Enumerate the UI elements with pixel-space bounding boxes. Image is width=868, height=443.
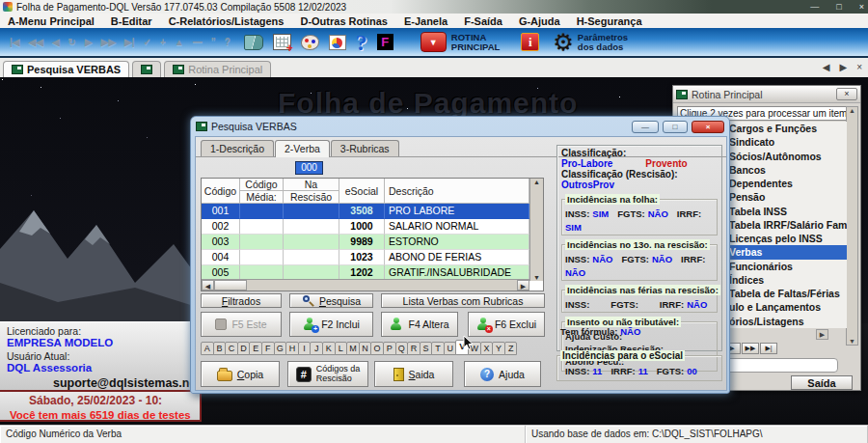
alpha-tab-I[interactable]: I bbox=[298, 342, 312, 355]
confirm-icon[interactable]: ✓ bbox=[144, 37, 151, 47]
dialog-body: 1-Descrição2-Verba3-Rubricas 000 Código … bbox=[195, 136, 727, 391]
f-key-icon[interactable]: F bbox=[377, 34, 393, 50]
f4-altera-button[interactable]: F4 Altera bbox=[381, 312, 458, 337]
menu-item-4[interactable]: E-Janela bbox=[404, 15, 448, 27]
minimize-button[interactable]: — bbox=[810, 0, 819, 14]
filtrados-button[interactable]: Filtrados bbox=[201, 293, 282, 308]
scroll-right-icon[interactable]: ▶ bbox=[517, 280, 529, 291]
tab-close-icon[interactable]: × bbox=[856, 62, 862, 72]
alpha-tab-E[interactable]: E bbox=[249, 342, 262, 355]
alpha-tab-A[interactable]: A bbox=[201, 342, 214, 355]
copia-button[interactable]: Copia bbox=[201, 361, 280, 387]
alpha-tab-C[interactable]: C bbox=[225, 342, 238, 355]
codigos-rescisao-button[interactable]: # Códigos da Rescisão bbox=[287, 361, 368, 387]
alpha-tab-X[interactable]: X bbox=[480, 342, 494, 355]
tab-icon-only[interactable] bbox=[132, 61, 161, 77]
alpha-tab-J[interactable]: J bbox=[310, 342, 323, 355]
grid-vertical-scrollbar[interactable]: ▲▼ bbox=[529, 179, 543, 281]
field-value: NÃO bbox=[592, 254, 612, 264]
rotina-principal-button[interactable]: ▼ ROTINA PRINCIPAL bbox=[420, 32, 501, 52]
delete-icon[interactable]: — bbox=[193, 37, 203, 47]
alpha-tab-K[interactable]: K bbox=[322, 342, 336, 355]
alpha-tab-Z[interactable]: Z bbox=[504, 342, 518, 355]
menu-item-0[interactable]: A-Menu Principal bbox=[8, 15, 95, 27]
tab-scroll-right-icon[interactable]: ▶ bbox=[839, 62, 847, 72]
calendar-add-icon[interactable] bbox=[273, 34, 291, 50]
previous-icon[interactable]: ◀ bbox=[52, 37, 60, 47]
grid-horizontal-scrollbar[interactable]: ◀ ▶ bbox=[202, 279, 529, 291]
tab-rotina-principal[interactable]: Rotina Principal bbox=[164, 61, 271, 77]
alpha-tab-S[interactable]: S bbox=[420, 342, 433, 355]
alpha-tab-M[interactable]: M bbox=[346, 342, 360, 355]
table-row[interactable]: 0013508PRO LABORE bbox=[202, 204, 529, 219]
f2-inclui-button[interactable]: + F2 Inclui bbox=[289, 312, 373, 337]
tab-scroll-left-icon[interactable]: ◀ bbox=[823, 62, 830, 72]
restore-button[interactable]: □ bbox=[836, 0, 841, 14]
group-title: Incidências no 13o. na rescisão: bbox=[565, 239, 710, 250]
rotina-hscroll-arrow-icon[interactable]: ▶ bbox=[816, 329, 828, 340]
next-icon[interactable]: ▶ bbox=[85, 37, 93, 47]
pie-chart-icon[interactable] bbox=[329, 35, 346, 50]
nav-last-icon[interactable]: ▶| bbox=[760, 343, 777, 354]
palette-icon[interactable] bbox=[301, 35, 319, 50]
rotina-scrollbar[interactable]: ▲▼ bbox=[846, 106, 858, 346]
f5-este-button[interactable]: F5 Este bbox=[201, 312, 282, 337]
rotina-close-button[interactable]: × bbox=[836, 88, 857, 100]
help-icon[interactable]: ? bbox=[225, 37, 231, 47]
alpha-tab-O[interactable]: O bbox=[370, 342, 384, 355]
alpha-tab-G[interactable]: G bbox=[274, 342, 287, 355]
info-icon[interactable]: i bbox=[521, 33, 539, 51]
alpha-tab-B[interactable]: B bbox=[213, 342, 227, 355]
pesquisa-button[interactable]: Pesquisa bbox=[289, 293, 373, 308]
alpha-tab-R[interactable]: R bbox=[407, 342, 420, 355]
table-row[interactable]: 0039989ESTORNO bbox=[202, 235, 529, 250]
menu-item-2[interactable]: C-Relatórios/Listagens bbox=[169, 15, 285, 27]
alpha-tab-F[interactable]: F bbox=[261, 342, 275, 355]
f6-exclui-button[interactable]: × F6 Exclui bbox=[468, 312, 545, 337]
dialog-minimize-button[interactable]: — bbox=[632, 121, 659, 133]
alpha-tab-D[interactable]: D bbox=[237, 342, 251, 355]
verba-code-input[interactable]: 000 bbox=[295, 161, 323, 175]
saida-button[interactable]: Saida bbox=[374, 361, 453, 387]
menu-item-7[interactable]: H-Segurança bbox=[577, 15, 642, 27]
alpha-tab-T[interactable]: T bbox=[431, 342, 445, 355]
ajuda-button[interactable]: ? Ajuda bbox=[464, 361, 541, 387]
menu-item-5[interactable]: F-Saída bbox=[464, 15, 502, 27]
table-row[interactable]: 0021000SALARIO NORMAL bbox=[202, 219, 529, 235]
alpha-tab-P[interactable]: P bbox=[383, 342, 396, 355]
alpha-tab-N[interactable]: N bbox=[359, 342, 372, 355]
table-row[interactable]: 0041023ABONO DE FERIAS bbox=[202, 250, 529, 265]
dialog-tab-1-Descrição[interactable]: 1-Descrição bbox=[201, 140, 274, 156]
help-icon[interactable]: ? bbox=[356, 31, 367, 54]
alpha-tab-Y[interactable]: Y bbox=[492, 342, 505, 355]
lista-verbas-rubricas-button[interactable]: Lista Verbas com Rubricas bbox=[381, 293, 545, 308]
menu-item-3[interactable]: D-Outras Rotinas bbox=[300, 15, 387, 27]
tab-pesquisa-verbas[interactable]: Pesquisa VERBAS bbox=[3, 61, 129, 77]
rewind-icon[interactable]: ◀◀ bbox=[29, 37, 43, 47]
dialog-tab-2-Verba[interactable]: 2-Verba bbox=[275, 140, 330, 157]
dialog-maximize-button[interactable]: □ bbox=[663, 121, 688, 133]
alpha-tab-Q[interactable]: Q bbox=[395, 342, 409, 355]
rotina-saida-button[interactable]: Saída bbox=[791, 375, 853, 390]
gear-icon[interactable]: ⚙ bbox=[553, 31, 574, 54]
forward-icon[interactable]: ▶▶ bbox=[101, 37, 116, 47]
close-button[interactable]: × bbox=[859, 0, 864, 14]
refresh-icon[interactable]: ↻ bbox=[68, 37, 76, 47]
last-icon[interactable]: ▶| bbox=[124, 37, 135, 47]
quote-icon[interactable]: ” bbox=[211, 37, 216, 47]
dialog-close-button[interactable]: × bbox=[692, 121, 724, 133]
alpha-tab-U[interactable]: U bbox=[444, 342, 457, 355]
book-icon[interactable] bbox=[244, 35, 263, 50]
scroll-thumb[interactable] bbox=[214, 280, 247, 291]
insert-icon[interactable]: + bbox=[160, 37, 166, 47]
menu-item-1[interactable]: B-Editar bbox=[111, 15, 152, 27]
scroll-left-icon[interactable]: ◀ bbox=[202, 280, 214, 291]
menu-item-6[interactable]: G-Ajuda bbox=[519, 15, 560, 27]
incidencias-ferias-group: Incidências nas férias na rescisão:INSS:… bbox=[561, 290, 718, 313]
nav-forward-icon[interactable]: ▶▶ bbox=[742, 343, 759, 354]
alpha-tab-H[interactable]: H bbox=[285, 342, 299, 355]
edit-icon[interactable]: ▲ bbox=[175, 37, 184, 47]
alpha-tab-L[interactable]: L bbox=[335, 342, 348, 355]
dialog-tab-3-Rubricas[interactable]: 3-Rubricas bbox=[331, 140, 399, 156]
first-icon[interactable]: |◀ bbox=[10, 37, 20, 47]
